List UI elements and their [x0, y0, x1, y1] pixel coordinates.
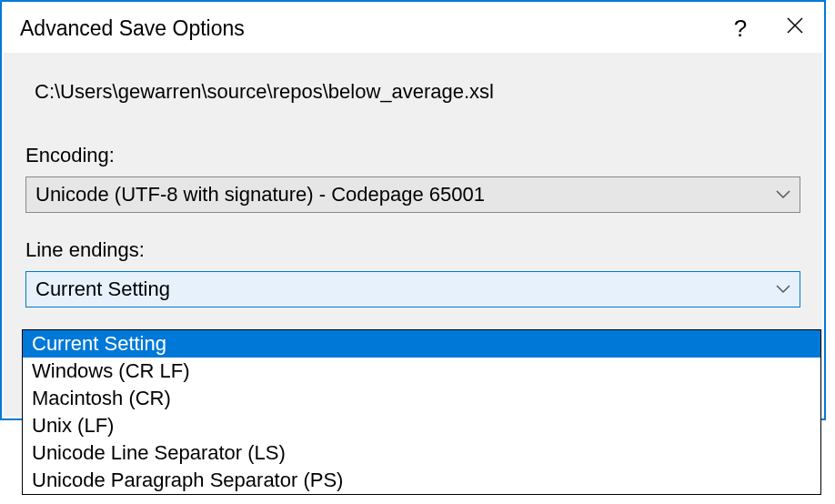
- line-endings-select[interactable]: Current Setting: [25, 271, 800, 307]
- chevron-down-icon: [776, 190, 790, 199]
- line-endings-option[interactable]: Unicode Line Separator (LS): [23, 439, 820, 467]
- chevron-down-icon: [776, 285, 790, 294]
- line-endings-option[interactable]: Unicode Paragraph Separator (PS): [23, 467, 820, 494]
- encoding-select[interactable]: Unicode (UTF-8 with signature) - Codepag…: [25, 176, 800, 213]
- line-endings-dropdown[interactable]: Current SettingWindows (CR LF)Macintosh …: [22, 329, 821, 495]
- line-endings-select-value: Current Setting: [35, 277, 776, 301]
- encoding-label: Encoding:: [25, 144, 800, 167]
- line-endings-label: Line endings:: [25, 238, 800, 262]
- line-endings-option[interactable]: Macintosh (CR): [23, 385, 820, 412]
- titlebar: Advanced Save Options ?: [4, 4, 822, 53]
- line-endings-option[interactable]: Windows (CR LF): [23, 358, 820, 385]
- close-button[interactable]: [768, 4, 822, 53]
- encoding-select-value: Unicode (UTF-8 with signature) - Codepag…: [35, 183, 776, 207]
- help-button[interactable]: ?: [713, 4, 768, 53]
- help-icon: ?: [734, 15, 747, 43]
- close-icon: [786, 16, 804, 40]
- file-path-text: C:\Users\gewarren\source\repos\below_ave…: [35, 80, 800, 104]
- dialog-title: Advanced Save Options: [20, 16, 713, 41]
- line-endings-option[interactable]: Current Setting: [23, 330, 820, 358]
- line-endings-option[interactable]: Unix (LF): [23, 412, 820, 439]
